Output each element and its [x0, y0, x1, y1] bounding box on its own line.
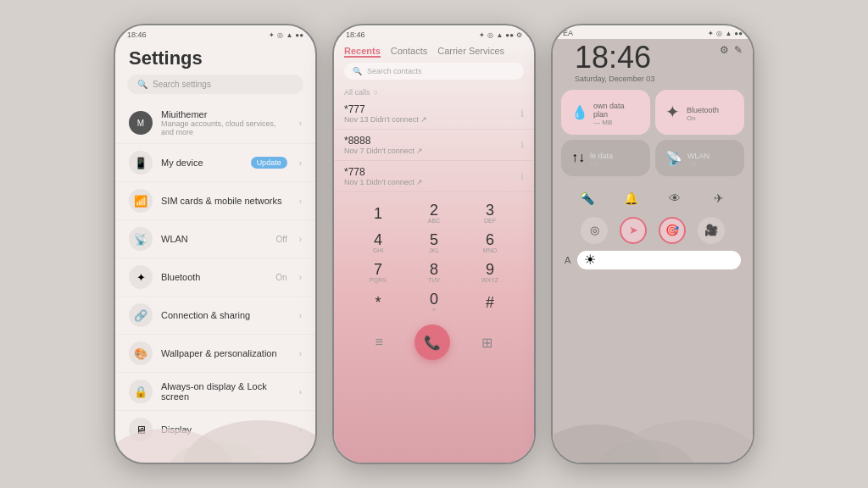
edit2-icon[interactable]: ✎	[734, 44, 743, 56]
dial-2[interactable]: 2ABC	[407, 199, 461, 227]
chevron-icon: ›	[299, 235, 302, 244]
data-status: — MB	[593, 119, 640, 126]
keypad-icon[interactable]: ⊞	[481, 335, 492, 351]
statusbar-3: EA ✦ ◎ ▲ ●●	[553, 25, 753, 39]
circle-btn-1[interactable]: ◎	[581, 217, 608, 244]
chevron-icon: ›	[299, 349, 302, 358]
dial-9[interactable]: 9WXYZ	[463, 258, 517, 286]
time-2: 18:46	[346, 30, 365, 39]
circle-btn-2[interactable]: ➤	[620, 217, 647, 244]
connection-icon: 🔗	[129, 303, 153, 327]
data-label: own data plan	[593, 102, 640, 119]
menu-icon[interactable]: ≡	[376, 335, 383, 350]
settings-sim[interactable]: 📶 SIM cards & mobile networks ›	[115, 182, 315, 220]
chevron-icon: ›	[299, 425, 302, 435]
bluetooth-icon: ✦	[129, 265, 153, 289]
always-on-label: Always-on display & Lock screen	[161, 381, 287, 402]
call-date-1: Nov 13 Didn't connect ↗	[344, 115, 520, 124]
brightness-icon: ☀	[584, 252, 596, 268]
dial-6[interactable]: 6MNO	[463, 229, 517, 257]
settings-title: Settings	[115, 41, 315, 75]
connection-label: Connection & sharing	[161, 310, 287, 320]
all-calls-label: All calls ○	[334, 86, 534, 98]
call-button[interactable]: 📞	[415, 324, 450, 360]
settings-wlan[interactable]: 📡 WLAN Off ›	[115, 220, 315, 258]
tab-recents[interactable]: Recents	[344, 46, 381, 58]
phone-dialer: 18:46 ✦ ◎ ▲ ●● ⚙ Recents Contacts Carrie…	[332, 24, 536, 464]
settings-bluetooth[interactable]: ✦ Bluetooth On ›	[115, 258, 315, 297]
dial-bottom: ≡ 📞 ⊞	[334, 319, 534, 365]
bell-icon[interactable]: 🔔	[619, 186, 643, 210]
dial-3[interactable]: 3DEF	[463, 199, 517, 227]
airplane-icon[interactable]: ✈	[707, 186, 731, 210]
big-time: 18:46	[563, 41, 666, 75]
dial-7[interactable]: 7PQRS	[351, 258, 405, 286]
status-icons-3: ✦ ◎ ▲ ●●	[708, 29, 743, 37]
wlan-label: WLAN	[161, 234, 268, 244]
sim-icon: 📶	[129, 189, 153, 213]
call-number-1: *777	[344, 103, 520, 115]
dial-5[interactable]: 5JKL	[407, 229, 461, 257]
brightness-row: A ☀	[553, 247, 753, 273]
user-profile-item[interactable]: M Miuithemer Manage accounts, cloud serv…	[115, 103, 315, 144]
call-info-icon: ℹ	[520, 171, 524, 182]
eye-icon[interactable]: 👁	[663, 186, 687, 210]
tab-contacts[interactable]: Contacts	[391, 46, 427, 58]
settings-wallpaper[interactable]: 🎨 Wallpaper & personalization ›	[115, 335, 315, 373]
wallpaper-icon: 🎨	[129, 341, 153, 365]
cc-tile-data[interactable]: 💧 own data plan — MB	[561, 90, 650, 135]
cc-icon-row: 🔦 🔔 👁 ✈	[553, 183, 753, 214]
call-item-2[interactable]: *8888 Nov 7 Didn't connect ↗ ℹ	[334, 130, 534, 161]
mobile-status: Off	[590, 160, 613, 168]
status-icons-1: ✦ ◎ ▲ ●●	[269, 31, 303, 39]
settings-search[interactable]: 🔍 Search settings	[127, 75, 303, 94]
settings-connection[interactable]: 🔗 Connection & sharing ›	[115, 297, 315, 335]
dial-4[interactable]: 4GHI	[351, 229, 405, 257]
wlan-tile-icon: 📡	[665, 150, 682, 166]
bluetooth-value: On	[275, 273, 287, 282]
dial-8[interactable]: 8TUV	[407, 258, 461, 286]
edit-icon[interactable]: ⚙	[720, 44, 729, 56]
search-contacts[interactable]: 🔍 Search contacts	[344, 63, 524, 80]
call-item-1[interactable]: *777 Nov 13 Didn't connect ↗ ℹ	[334, 98, 534, 130]
phone-settings: 18:46 ✦ ◎ ▲ ●● Settings 🔍 Search setting…	[114, 24, 317, 464]
torch-icon[interactable]: 🔦	[575, 186, 598, 210]
avatar: M	[129, 111, 153, 135]
date-line: Saturday, December 03	[563, 75, 666, 90]
my-device-icon: 📱	[129, 151, 153, 175]
user-sub: Manage accounts, cloud services, and mor…	[161, 119, 287, 136]
settings-my-device[interactable]: 📱 My device Update ›	[115, 144, 315, 182]
cc-tile-bluetooth[interactable]: ✦ Bluetooth On	[655, 90, 744, 135]
tab-carrier[interactable]: Carrier Services	[437, 46, 504, 58]
search-icon: 🔍	[137, 80, 147, 89]
bluetooth-tile-icon: ✦	[665, 102, 680, 122]
cc-tile-wlan[interactable]: 📡 WLAN Off	[655, 140, 744, 176]
settings-always-on[interactable]: 🔒 Always-on display & Lock screen ›	[115, 373, 315, 411]
call-item-3[interactable]: *778 Nov 1 Didn't connect ↗ ℹ	[334, 161, 534, 192]
call-info-icon: ℹ	[520, 108, 524, 119]
status-icons-2: ✦ ◎ ▲ ●● ⚙	[479, 31, 522, 39]
bluetooth-tile-status: On	[687, 114, 719, 122]
chevron-icon: ›	[299, 311, 302, 320]
wlan-value: Off	[276, 235, 287, 244]
wlan-icon: 📡	[129, 227, 153, 251]
dial-0[interactable]: 0+	[407, 288, 461, 316]
brightness-slider[interactable]: ☀	[577, 251, 741, 269]
dialer-content: Recents Contacts Carrier Services 🔍 Sear…	[334, 41, 534, 463]
settings-content: Settings 🔍 Search settings M Miuithemer …	[115, 41, 315, 463]
cc-tiles: 💧 own data plan — MB ✦ Bluetooth On	[553, 90, 753, 183]
dial-hash[interactable]: #	[463, 288, 517, 316]
wlan-tile-label: WLAN	[687, 152, 709, 160]
circle-btn-4[interactable]: 🎥	[698, 217, 725, 244]
settings-display[interactable]: 🖥 Display ›	[115, 411, 315, 449]
circle-btn-3[interactable]: 🎯	[659, 217, 686, 244]
chevron-icon: ›	[299, 119, 302, 128]
bluetooth-tile-label: Bluetooth	[687, 106, 719, 114]
call-info-icon: ℹ	[520, 140, 524, 151]
dial-star[interactable]: *	[351, 288, 405, 316]
cc-tile-mobile[interactable]: ↑↓ le data Off	[561, 140, 650, 176]
dial-1[interactable]: 1	[351, 199, 405, 227]
mobile-label: le data	[590, 152, 613, 160]
call-date-3: Nov 1 Didn't connect ↗	[344, 178, 520, 186]
search-icon: 🔍	[353, 67, 362, 75]
